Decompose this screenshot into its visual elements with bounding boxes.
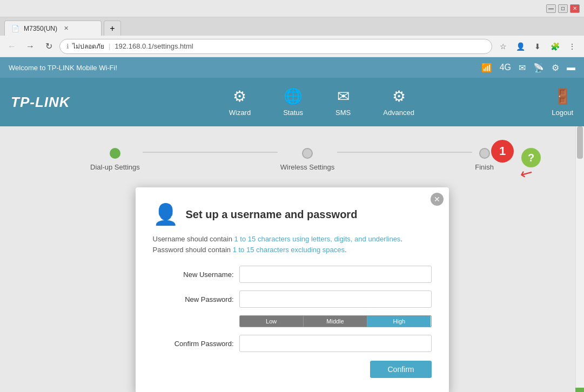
logout-btn[interactable]: 🚪 Logout	[552, 87, 573, 117]
dialog-close-btn[interactable]: ✕	[431, 193, 444, 206]
close-btn[interactable]: ✕	[570, 4, 580, 13]
confirm-password-row: Confirm Password:	[153, 335, 432, 352]
step-badge: 1	[491, 140, 514, 163]
active-tab[interactable]: 📄 M7350(UN) ✕	[4, 21, 102, 36]
confirm-btn-row: Confirm	[153, 361, 432, 378]
bookmark-btn[interactable]: ☆	[495, 39, 511, 54]
profile-btn[interactable]: 👤	[513, 39, 528, 54]
scrollbar[interactable]	[575, 126, 584, 392]
main-content: Dial-up Settings Wireless Settings Finis…	[0, 126, 584, 392]
menu-btn[interactable]: ⋮	[565, 39, 580, 54]
forward-btn[interactable]: →	[23, 39, 38, 54]
signal-icon: 📶	[481, 63, 492, 73]
dialog-header: 👤 Set up a username and password	[153, 202, 432, 226]
refresh-btn[interactable]: ↻	[41, 39, 56, 54]
status-icon: 🌐	[284, 87, 303, 105]
tab-title: M7350(UN)	[24, 25, 57, 32]
new-tab-btn[interactable]: +	[104, 21, 121, 36]
sms-label: SMS	[335, 109, 351, 117]
step-label-finish: Finish	[475, 163, 494, 171]
step-line-2	[337, 152, 472, 153]
step-circle-dialup	[110, 148, 120, 159]
status-label: Status	[283, 109, 303, 117]
nav-advanced[interactable]: ⚙ Advanced	[383, 87, 414, 117]
nav-sms[interactable]: ✉ SMS	[335, 87, 351, 117]
desc-end: .	[345, 246, 347, 254]
confirm-password-label: Confirm Password:	[153, 340, 234, 348]
username-input[interactable]	[239, 266, 432, 283]
step-circle-finish	[479, 148, 490, 159]
settings-status-icon: ⚙	[552, 63, 559, 73]
password-input[interactable]	[239, 290, 432, 308]
url-text: 192.168.0.1/settings.html	[115, 42, 193, 50]
step-line-1	[143, 152, 278, 153]
separator: |	[109, 42, 110, 50]
welcome-text: Welcome to TP-LINK Mobile Wi-Fi!	[9, 64, 117, 72]
username-label: New Username:	[153, 271, 234, 279]
battery-icon: ▬	[567, 63, 575, 72]
app-container: Welcome to TP-LINK Mobile Wi-Fi! 📶 4G ✉ …	[0, 57, 584, 392]
back-btn[interactable]: ←	[4, 39, 19, 54]
confirm-password-input[interactable]	[239, 335, 432, 352]
password-row: New Password:	[153, 290, 432, 308]
tp-link-logo: TP-LINK	[11, 94, 70, 111]
wifi-status-icon: 📡	[533, 63, 544, 73]
wizard-steps: Dial-up Settings Wireless Settings Finis…	[22, 143, 562, 171]
strength-middle: Middle	[304, 316, 367, 327]
tab-icon: 📄	[11, 25, 19, 32]
security-text: ไม่ปลอดภัย	[72, 41, 104, 51]
wizard-label: Wizard	[229, 109, 251, 117]
wizard-icon: ⚙	[233, 87, 246, 105]
mail-icon: ✉	[519, 63, 526, 73]
sms-icon: ✉	[337, 87, 350, 105]
strength-low: Low	[240, 316, 304, 327]
nav-wizard[interactable]: ⚙ Wizard	[229, 87, 251, 117]
logout-icon: 🚪	[553, 87, 572, 105]
toolbar-icons: ☆ 👤 ⬇ 🧩 ⋮	[495, 39, 580, 54]
address-bar[interactable]: ℹ ไม่ปลอดภัย | 192.168.0.1/settings.html	[59, 39, 492, 54]
advanced-icon: ⚙	[392, 87, 406, 105]
browser-toolbar: ← → ↻ ℹ ไม่ปลอดภัย | 192.168.0.1/setting…	[0, 36, 584, 57]
strength-high: High	[367, 316, 431, 327]
advanced-label: Advanced	[383, 109, 414, 117]
dialog: ✕ 👤 Set up a username and password Usern…	[136, 187, 449, 392]
extensions-btn[interactable]: 🧩	[547, 39, 562, 54]
help-btn[interactable]: ?	[521, 148, 541, 167]
lock-icon: ℹ	[66, 43, 69, 50]
logout-label: Logout	[552, 109, 573, 117]
restore-btn[interactable]: □	[558, 4, 568, 13]
dialog-overlay: ✕ 👤 Set up a username and password Usern…	[22, 187, 562, 392]
titlebar: — □ ✕	[0, 0, 584, 17]
user-icon: 👤	[153, 202, 178, 226]
minimize-btn[interactable]: —	[546, 4, 556, 13]
dialog-title: Set up a username and password	[186, 208, 358, 221]
step-label-wireless: Wireless Settings	[280, 163, 334, 171]
desc-part1: Username should contain	[153, 235, 234, 243]
titlebar-controls: — □ ✕	[546, 4, 580, 13]
tabbar: 📄 M7350(UN) ✕ +	[0, 17, 584, 36]
tp-topbar: Welcome to TP-LINK Mobile Wi-Fi! 📶 4G ✉ …	[0, 57, 584, 78]
download-btn[interactable]: ⬇	[530, 39, 545, 54]
topbar-icons: 📶 4G ✉ 📡 ⚙ ▬	[481, 63, 575, 73]
step-wireless: Wireless Settings	[280, 148, 334, 171]
tp-nav: TP-LINK ⚙ Wizard 🌐 Status ✉ SMS ⚙ Advanc…	[0, 78, 584, 126]
network-type: 4G	[500, 63, 511, 72]
browser-chrome: — □ ✕ 📄 M7350(UN) ✕ + ← → ↻ ℹ ไม่ปลอดภัย…	[0, 0, 584, 57]
username-row: New Username:	[153, 266, 432, 283]
nav-items: ⚙ Wizard 🌐 Status ✉ SMS ⚙ Advanced	[92, 87, 552, 117]
password-strength: Low Middle High	[239, 315, 432, 327]
green-sidebar-accent	[575, 388, 584, 392]
desc-highlight2: 1 to 15 characters excluding spaces	[233, 246, 345, 254]
nav-status[interactable]: 🌐 Status	[283, 87, 303, 117]
step-label-dialup: Dial-up Settings	[90, 163, 140, 171]
scrollbar-thumb[interactable]	[577, 126, 583, 159]
desc-highlight1: 1 to 15 characters using letters, digits…	[234, 235, 401, 243]
step-dialup: Dial-up Settings	[90, 148, 140, 171]
password-label: New Password:	[153, 295, 234, 303]
confirm-button[interactable]: Confirm	[370, 361, 431, 378]
dialog-description: Username should contain 1 to 15 characte…	[153, 234, 432, 255]
tab-close-btn[interactable]: ✕	[62, 24, 70, 33]
step-circle-wireless	[302, 148, 313, 159]
